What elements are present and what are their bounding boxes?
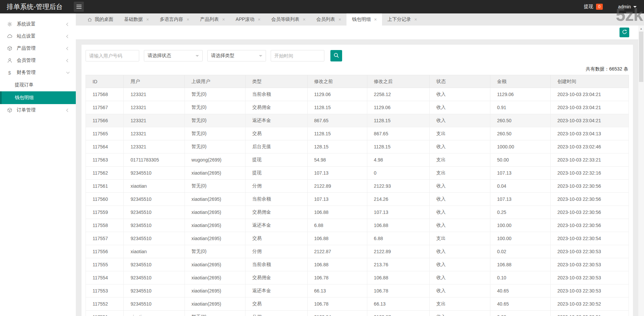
tab-2[interactable]: 多语言内容 × bbox=[154, 13, 195, 26]
cell: 6.88 bbox=[307, 219, 367, 232]
cell: 117551 bbox=[86, 311, 124, 316]
cell: 66.13 bbox=[367, 298, 429, 311]
sidebar-item-label: 会员管理 bbox=[17, 57, 36, 63]
close-icon[interactable]: × bbox=[303, 17, 306, 22]
sidebar-item-5[interactable]: 订单管理 bbox=[0, 104, 76, 116]
cell: 收入 bbox=[429, 271, 490, 284]
cell: 2023-10-03 22:30:56 bbox=[550, 180, 629, 193]
cell: 2122.87 bbox=[367, 311, 429, 316]
tab-1[interactable]: 基础数据 × bbox=[119, 13, 154, 26]
sidebar-item-4[interactable]: $ 财务管理 bbox=[0, 66, 76, 79]
type-select-value: 请选择类型 bbox=[211, 53, 234, 59]
scroll-up-arrow[interactable]: ▲ bbox=[638, 26, 644, 32]
cell: xiaotian(2695) bbox=[184, 298, 245, 311]
cell: 当前余额 bbox=[245, 88, 307, 101]
withdraw-link[interactable]: 提现 bbox=[584, 4, 593, 10]
table-row[interactable]: 117568123321暂无(0)当前余额1129.062258.12收入112… bbox=[86, 88, 629, 101]
table-row[interactable]: 11755792345510xiaotian(2695)交易106.886.88… bbox=[86, 232, 629, 245]
cell: xiaotian(2695) bbox=[184, 271, 245, 284]
cell: 支出 bbox=[429, 298, 490, 311]
close-icon[interactable]: × bbox=[146, 17, 149, 22]
close-icon[interactable]: × bbox=[222, 17, 225, 22]
tab-7[interactable]: 钱包明细 × bbox=[346, 13, 382, 26]
sidebar-item-3[interactable]: 会员管理 bbox=[0, 54, 76, 66]
cell: 2023-10-03 22:30:56 bbox=[550, 219, 629, 232]
sidebar-item-1[interactable]: 站点设置 bbox=[0, 30, 76, 42]
cell: 暂无(0) bbox=[184, 101, 245, 114]
withdraw-badge[interactable]: 0 bbox=[596, 4, 603, 10]
cell: 2122.93 bbox=[367, 180, 429, 193]
cell: 2023-10-03 22:30:54 bbox=[550, 232, 629, 245]
table-row[interactable]: 117567123321暂无(0)交易佣金1128.151129.06收入0.9… bbox=[86, 101, 629, 114]
cell: 117557 bbox=[86, 232, 124, 245]
user-number-input[interactable] bbox=[86, 50, 139, 61]
sidebar-subitem-4-1[interactable]: 钱包明细 bbox=[0, 91, 76, 104]
menu-toggle-button[interactable] bbox=[74, 2, 84, 12]
type-select[interactable]: 请选择类型 bbox=[207, 50, 266, 61]
search-button[interactable] bbox=[330, 50, 342, 61]
table-row[interactable]: 117564123321暂无(0)后台充值128.151128.15收入1000… bbox=[86, 140, 629, 153]
table-row[interactable]: 117561xiaotian暂无(0)分佣2122.892122.93收入0.0… bbox=[86, 180, 629, 193]
start-time-input[interactable] bbox=[271, 50, 324, 61]
table-row[interactable]: 11755592345510xiaotian(2695)当前余额106.8821… bbox=[86, 258, 629, 271]
scroll-thumb[interactable] bbox=[639, 32, 643, 82]
sidebar-item-2[interactable]: 产品管理 bbox=[0, 42, 76, 54]
status-select[interactable]: 请选择状态 bbox=[144, 50, 203, 61]
chevron-down-icon bbox=[66, 71, 70, 74]
tab-5[interactable]: 会员等级列表 × bbox=[266, 13, 311, 26]
table-row[interactable]: 11756301711783305wugong(2699)提现54.984.98… bbox=[86, 153, 629, 167]
cell: 支出 bbox=[429, 167, 490, 180]
sidebar-item-0[interactable]: 系统设置 bbox=[0, 18, 76, 30]
table-body: 117568123321暂无(0)当前余额1129.062258.12收入112… bbox=[86, 88, 629, 316]
table-row[interactable]: 117551xiaotian暂无(0)分佣2122.842122.87收入0.0… bbox=[86, 311, 629, 316]
scrollbar[interactable]: ▲ bbox=[638, 26, 644, 316]
table-row[interactable]: 11755492345510xiaotian(2695)交易佣金106.7810… bbox=[86, 271, 629, 284]
close-icon[interactable]: × bbox=[258, 17, 261, 22]
tab-3[interactable]: 产品列表 × bbox=[195, 13, 230, 26]
tab-6[interactable]: 会员列表 × bbox=[311, 13, 346, 26]
table-row[interactable]: 117566123321暂无(0)返还本金867.651128.15收入260.… bbox=[86, 114, 629, 127]
cell: 收入 bbox=[429, 219, 490, 232]
close-icon[interactable]: × bbox=[186, 17, 189, 22]
user-menu[interactable]: admin bbox=[618, 4, 637, 9]
tab-8[interactable]: 上下分记录 × bbox=[382, 13, 422, 26]
sidebar-subitem-4-0[interactable]: 提现订单 bbox=[0, 79, 76, 91]
wallet-table: ID用户上级用户类型修改之前修改之后状态金额创建时间 117568123321暂… bbox=[86, 75, 629, 316]
tab-0[interactable]: 我的桌面 bbox=[82, 13, 119, 26]
cell: 107.13 bbox=[307, 167, 367, 180]
app-root: 排单系统-管理后台 提现 0 admin 5zki 系统设置 站点设置 产品管理… bbox=[0, 0, 644, 316]
cell: 交易佣金 bbox=[245, 101, 307, 114]
cell: 2023-10-03 22:30:56 bbox=[550, 206, 629, 219]
cell: 返还本金 bbox=[245, 114, 307, 127]
table-row[interactable]: 11755992345510xiaotian(2695)交易佣金106.8810… bbox=[86, 206, 629, 219]
cell: 117558 bbox=[86, 219, 124, 232]
cell: 260.50 bbox=[490, 127, 551, 140]
close-icon[interactable]: × bbox=[338, 17, 341, 22]
refresh-button[interactable] bbox=[620, 28, 629, 37]
content-panel: 请选择状态 请选择类型 共有数据：66532 条 bbox=[82, 45, 633, 316]
table-row[interactable]: 11755392345510xiaotian(2695)返还本金66.13106… bbox=[86, 284, 629, 298]
cloud-icon bbox=[7, 34, 12, 39]
cell: 92345510 bbox=[124, 193, 184, 206]
gear-icon bbox=[7, 21, 12, 27]
cell: 92345510 bbox=[124, 219, 184, 232]
table-row[interactable]: 11755292345510xiaotian(2695)交易106.7866.1… bbox=[86, 298, 629, 311]
cell: 92345510 bbox=[124, 284, 184, 298]
cell: 92345510 bbox=[124, 206, 184, 219]
cell: 2023-10-03 23:04:13 bbox=[550, 127, 629, 140]
cell: 0.91 bbox=[490, 101, 551, 114]
table-row[interactable]: 117556xiaotian暂无(0)分佣2122.872122.89收入0.0… bbox=[86, 245, 629, 258]
table-row[interactable]: 11755892345510xiaotian(2695)返还本金6.88106.… bbox=[86, 219, 629, 232]
cell: 后台充值 bbox=[245, 140, 307, 153]
close-icon[interactable]: × bbox=[374, 17, 377, 22]
cell: xiaotian(2695) bbox=[184, 206, 245, 219]
tab-label: 多语言内容 bbox=[160, 16, 183, 22]
table-row[interactable]: 11756292345510xiaotian(2695)提现107.130支出1… bbox=[86, 167, 629, 180]
table-row[interactable]: 117565123321暂无(0)交易1128.15867.65支出260.50… bbox=[86, 127, 629, 140]
close-icon[interactable]: × bbox=[414, 17, 417, 22]
tab-4[interactable]: APP滚动 × bbox=[230, 13, 266, 26]
cell: 123321 bbox=[124, 127, 184, 140]
table-row[interactable]: 11756092345510xiaotian(2695)当前余额107.1321… bbox=[86, 193, 629, 206]
cell: 1129.06 bbox=[307, 88, 367, 101]
cell: 1000.00 bbox=[490, 140, 551, 153]
